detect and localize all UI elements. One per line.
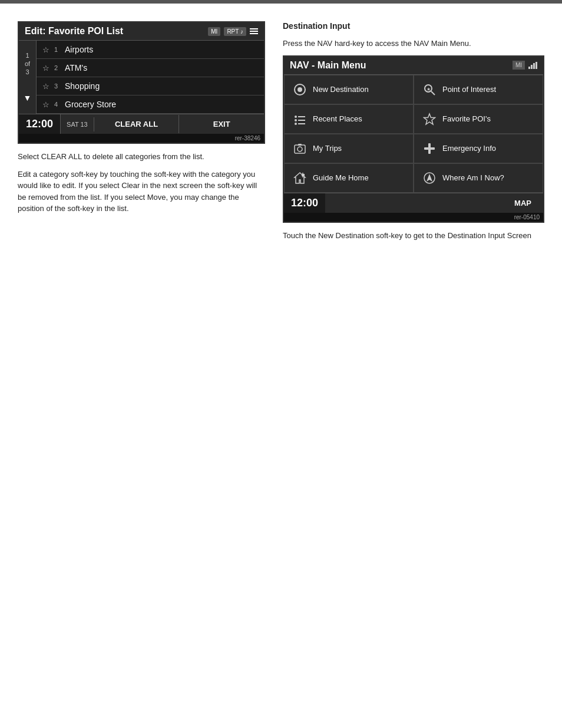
svg-marker-11 <box>424 114 435 124</box>
exit-button[interactable]: EXIT <box>179 115 264 133</box>
svg-line-3 <box>431 91 435 95</box>
list-lines-icon <box>292 111 308 127</box>
nav-time: 12:00 <box>284 193 325 213</box>
desc1: Select CLEAR ALL to delete all categorie… <box>18 151 265 163</box>
nav-screen-title: NAV - Main Menu <box>290 60 366 71</box>
destination-input-heading: Destination Input <box>283 21 544 31</box>
poi-screen-title: Edit: Favorite POI List <box>25 26 123 37</box>
poi-header-controls: MI RPT ♪ <box>208 27 258 36</box>
poi-item-atms[interactable]: ☆ 2 ATM's <box>37 59 264 77</box>
rpt-badge: RPT ♪ <box>224 27 246 36</box>
where-am-i-label: Where Am I Now? <box>442 173 504 182</box>
poi-label-grocery: Grocery Store <box>65 100 116 109</box>
new-destination-label: New Destination <box>313 85 369 94</box>
guide-me-home-label: Guide Me Home <box>313 173 369 182</box>
poi-sidebar: 1 of 3 ▼ <box>19 41 37 114</box>
my-trips-button[interactable]: My Trips <box>284 134 414 163</box>
map-button[interactable]: MAP <box>503 194 543 212</box>
circle-dot-icon <box>292 81 308 98</box>
recent-places-button[interactable]: Recent Places <box>284 104 414 134</box>
emergency-info-button[interactable]: Emergency Info <box>414 134 543 163</box>
poi-num-1: 1 <box>54 46 60 53</box>
svg-point-13 <box>297 147 302 151</box>
where-am-i-button[interactable]: Where Am I Now? <box>414 163 543 193</box>
star-icon-3: ☆ <box>42 82 49 91</box>
signal-bars-icon <box>528 62 537 69</box>
poi-footer: 12:00 SAT 13 CLEAR ALL EXIT <box>19 114 264 134</box>
content-columns: Edit: Favorite POI List MI RPT ♪ 1 of 3 <box>0 15 562 247</box>
emergency-info-label: Emergency Info <box>442 144 496 153</box>
menu-icon <box>250 28 258 34</box>
triangle-up-icon <box>421 170 438 186</box>
svg-point-5 <box>295 116 297 118</box>
svg-rect-6 <box>298 116 305 117</box>
poi-item-airports[interactable]: ☆ 1 Airports <box>37 41 264 59</box>
svg-rect-16 <box>424 147 435 150</box>
plus-cross-icon <box>421 140 438 157</box>
guide-me-home-button[interactable]: Guide Me Home <box>284 163 414 193</box>
poi-num-2: 2 <box>54 64 60 71</box>
nav-main-menu-screen: NAV - Main Menu MI <box>283 55 544 223</box>
poi-label-shopping: Shopping <box>65 81 100 91</box>
svg-point-9 <box>295 123 297 125</box>
nav-screen-header: NAV - Main Menu MI <box>284 57 543 75</box>
poi-screen-header: Edit: Favorite POI List MI RPT ♪ <box>19 22 264 41</box>
poi-label-airports: Airports <box>65 45 93 54</box>
poi-num-3: 3 <box>54 83 60 90</box>
top-divider <box>0 0 562 4</box>
scroll-down-arrow[interactable]: ▼ <box>24 93 32 103</box>
mi-badge: MI <box>208 27 220 36</box>
desc2: Edit a category soft-key by touching the… <box>18 169 265 215</box>
poi-ref: rer-38246 <box>19 134 264 143</box>
left-column: Edit: Favorite POI List MI RPT ♪ 1 of 3 <box>18 21 265 241</box>
new-destination-button[interactable]: New Destination <box>284 75 414 104</box>
star-outline-icon <box>421 111 438 127</box>
poi-sidebar-info: 1 of 3 <box>25 52 30 75</box>
sidebar-count: 3 <box>25 68 29 75</box>
poi-items-list: ☆ 1 Airports ☆ 2 ATM's ☆ 3 Shopping <box>37 41 264 114</box>
star-icon-4: ☆ <box>42 100 49 109</box>
nav-button-grid: New Destination ★ Point of Interest <box>284 75 543 193</box>
poi-item-shopping[interactable]: ☆ 3 Shopping <box>37 77 264 95</box>
sidebar-of: of <box>25 60 30 67</box>
right-column: Destination Input Press the NAV hard-key… <box>283 21 544 241</box>
home-flag-icon <box>292 170 308 186</box>
favorite-pois-label: Favorite POI's <box>442 114 491 123</box>
star-icon-1: ☆ <box>42 45 49 54</box>
sidebar-row: 1 <box>25 52 29 59</box>
touch-description: Touch the New Destination soft-key to ge… <box>283 230 544 242</box>
svg-point-1 <box>297 87 302 92</box>
poi-list-area: 1 of 3 ▼ ☆ 1 Airports ☆ <box>19 41 264 114</box>
svg-rect-12 <box>295 145 305 153</box>
star-icon-2: ☆ <box>42 64 49 73</box>
svg-rect-14 <box>298 144 302 146</box>
nav-mi-badge: MI <box>513 61 525 70</box>
point-of-interest-button[interactable]: ★ Point of Interest <box>414 75 543 104</box>
svg-text:★: ★ <box>427 87 431 92</box>
poi-search-icon: ★ <box>421 81 438 98</box>
camera-icon <box>292 140 308 157</box>
point-of-interest-label: Point of Interest <box>442 85 496 94</box>
poi-edit-screen: Edit: Favorite POI List MI RPT ♪ 1 of 3 <box>18 21 265 144</box>
svg-rect-10 <box>298 123 305 124</box>
favorite-pois-button[interactable]: Favorite POI's <box>414 104 543 134</box>
poi-item-grocery[interactable]: ☆ 4 Grocery Store <box>37 95 264 114</box>
left-description: Select CLEAR ALL to delete all categorie… <box>18 151 265 215</box>
poi-label-atms: ATM's <box>65 63 87 73</box>
recent-places-label: Recent Places <box>313 114 362 123</box>
nav-ref: rer-05410 <box>284 213 543 222</box>
clear-all-button[interactable]: CLEAR ALL <box>94 115 180 133</box>
nav-footer: 12:00 MAP <box>284 193 543 213</box>
svg-rect-8 <box>298 120 305 121</box>
poi-num-4: 4 <box>54 101 60 108</box>
poi-time: 12:00 <box>19 114 61 134</box>
nav-intro-text: Press the NAV hard-key to access the NAV… <box>283 38 544 50</box>
poi-sat: SAT 13 <box>61 117 94 131</box>
my-trips-label: My Trips <box>313 144 342 153</box>
svg-point-7 <box>295 119 297 121</box>
svg-marker-21 <box>427 174 432 182</box>
